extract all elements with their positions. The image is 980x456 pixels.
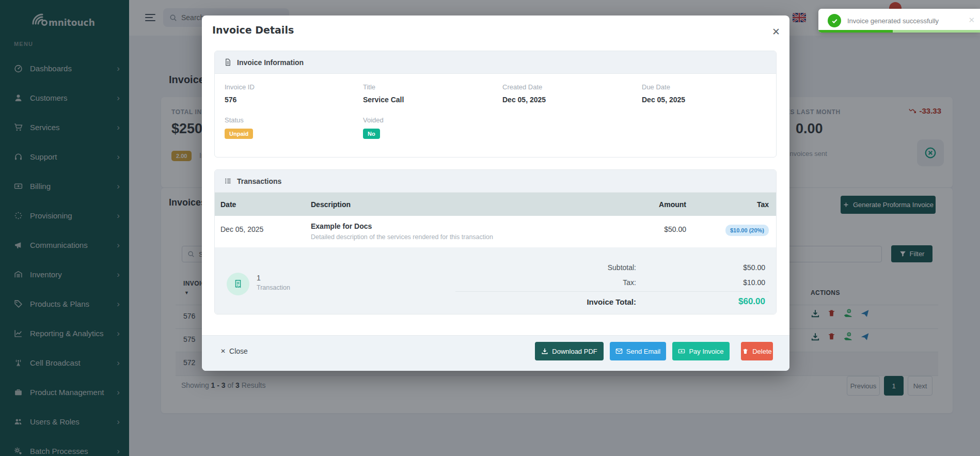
toast-notification: Invoice generated successfully ✕ — [818, 9, 980, 33]
invoice-information-section: Invoice Information Invoice ID 576 Title… — [214, 51, 777, 158]
subtotal-label: Subtotal: — [608, 263, 636, 272]
column-header-amount: Amount — [659, 200, 686, 209]
transactions-section: Transactions Date Description Amount Tax… — [214, 169, 777, 315]
invoice-total-label: Invoice Total: — [587, 297, 636, 306]
column-header-tax: Tax — [757, 200, 769, 209]
transaction-description: Example for Docs — [311, 222, 372, 230]
delete-button[interactable]: Delete — [741, 342, 773, 360]
field-voided: Voided No — [363, 116, 384, 139]
x-icon: ✕ — [220, 348, 226, 355]
list-icon — [224, 177, 232, 185]
transaction-date: Dec 05, 2025 — [220, 225, 263, 233]
tax-value: $10.00 — [743, 278, 765, 287]
status-badge: Unpaid — [225, 129, 253, 139]
close-icon[interactable]: ✕ — [770, 24, 782, 40]
pay-invoice-button[interactable]: Pay Invoice — [672, 342, 730, 360]
transaction-description-detail: Detailed description of the services ren… — [311, 233, 493, 241]
voided-badge: No — [363, 129, 380, 139]
field-status: Status Unpaid — [225, 116, 253, 139]
column-header-date: Date — [220, 200, 236, 209]
invoice-total-value: $60.00 — [738, 296, 765, 307]
transactions-header: Transactions — [215, 170, 776, 193]
file-icon — [224, 58, 232, 66]
subtotal-value: $50.00 — [743, 263, 765, 272]
invoice-details-modal: Invoice Details ✕ Invoice Information In… — [202, 15, 789, 371]
toast-close-icon[interactable]: ✕ — [968, 15, 975, 25]
summary-divider — [455, 291, 769, 292]
transaction-count: 1 — [257, 274, 261, 282]
success-check-icon — [828, 14, 841, 27]
modal-title: Invoice Details — [212, 24, 294, 36]
modal-footer: ✕ Close Download PDF Send Email Pay Invo… — [202, 335, 789, 371]
close-button[interactable]: ✕ Close — [220, 347, 248, 355]
field-title: Title Service Call — [363, 83, 404, 104]
transaction-row: Dec 05, 2025 Example for Docs Detailed d… — [215, 216, 776, 247]
send-email-button[interactable]: Send Email — [610, 342, 666, 360]
toast-message: Invoice generated successfully — [847, 17, 939, 25]
field-due-date: Due Date Dec 05, 2025 — [642, 83, 685, 104]
receipt-icon — [233, 279, 243, 289]
transactions-summary: 1 Transaction Subtotal: $50.00 Tax: $10.… — [215, 247, 776, 314]
trash-icon — [742, 348, 749, 355]
download-icon — [541, 348, 548, 355]
invoice-information-header: Invoice Information — [215, 51, 776, 74]
transaction-tax-badge: $10.00 (20%) — [725, 225, 769, 236]
money-icon — [678, 348, 685, 355]
mail-icon — [615, 348, 623, 355]
toast-progress-fill — [818, 30, 893, 33]
download-pdf-button[interactable]: Download PDF — [535, 342, 604, 360]
transaction-count-label: Transaction — [257, 284, 290, 291]
tax-label: Tax: — [623, 278, 636, 287]
column-header-description: Description — [311, 200, 351, 209]
field-invoice-id: Invoice ID 576 — [225, 83, 255, 104]
receipt-icon-circle — [227, 273, 249, 295]
transactions-table-header: Date Description Amount Tax — [215, 193, 776, 216]
field-created-date: Created Date Dec 05, 2025 — [502, 83, 546, 104]
transaction-amount: $50.00 — [664, 225, 686, 233]
